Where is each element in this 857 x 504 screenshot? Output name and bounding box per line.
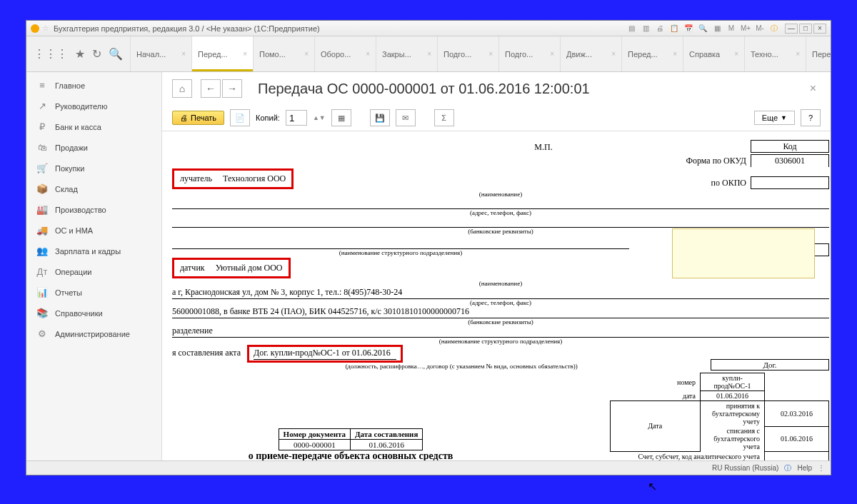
sidebar-item[interactable]: 🛒Покупки bbox=[26, 158, 161, 178]
tab[interactable]: Движ...× bbox=[561, 36, 622, 71]
help-button[interactable]: ? bbox=[801, 109, 821, 126]
sidebar-item[interactable]: ДтОперации bbox=[26, 261, 161, 282]
okud-label: Форма по ОКУД bbox=[629, 156, 751, 166]
calc-icon[interactable]: 📅 bbox=[683, 24, 693, 34]
help-link[interactable]: Help bbox=[797, 464, 812, 472]
tab-close-icon[interactable]: × bbox=[488, 50, 493, 58]
minimize-button[interactable]: — bbox=[785, 24, 798, 34]
close-button[interactable]: × bbox=[813, 24, 826, 34]
sidebar-item[interactable]: ₽Банк и касса bbox=[26, 116, 161, 137]
sender-bank: 56000001088, в банке ВТБ 24 (ПАО), БИК 0… bbox=[172, 306, 829, 318]
tab-close-icon[interactable]: × bbox=[673, 50, 677, 58]
tab-strip: ⋮⋮⋮ ★ ↻ 🔍 Начал...×Перед...×Помо...×Обор… bbox=[26, 36, 831, 72]
info-icon[interactable]: ⓘ bbox=[769, 24, 779, 34]
tool-icon[interactable]: 📋 bbox=[669, 24, 679, 34]
sidebar-item[interactable]: 🏭Производство bbox=[26, 199, 161, 220]
tab[interactable]: Перед...× bbox=[622, 36, 683, 71]
back-button[interactable]: ← bbox=[201, 79, 221, 98]
star-icon[interactable]: ★ bbox=[75, 47, 85, 61]
spreadsheet-button[interactable]: ▦ bbox=[331, 109, 351, 126]
sidebar-icon: Дт bbox=[35, 266, 49, 277]
history-icon[interactable]: ↻ bbox=[92, 47, 101, 61]
search-icon[interactable]: 🔍 bbox=[109, 47, 123, 61]
print-icon[interactable]: 🖨 bbox=[655, 24, 665, 34]
sidebar-icon: ↗ bbox=[35, 101, 49, 111]
tab[interactable]: Начал...× bbox=[131, 36, 192, 71]
caption-name: (наименование) bbox=[172, 191, 829, 198]
act-date-label: я составления акта bbox=[172, 348, 241, 358]
close-document-button[interactable]: × bbox=[806, 82, 821, 95]
preview-button[interactable]: 📄 bbox=[230, 109, 250, 126]
tab-close-icon[interactable]: × bbox=[304, 50, 309, 58]
tab[interactable]: Перед...× bbox=[806, 36, 831, 71]
sidebar-item[interactable]: 🚚ОС и НМА bbox=[26, 220, 161, 241]
sidebar-item[interactable]: 📦Склад bbox=[26, 178, 161, 199]
highlight-contract: Дог. купли-прод№ОС-1 от 01.06.2016 bbox=[247, 345, 403, 363]
tab-close-icon[interactable]: × bbox=[734, 50, 738, 58]
sidebar-icon: 📊 bbox=[35, 287, 49, 298]
tab[interactable]: Закры...× bbox=[376, 36, 438, 71]
tab-close-icon[interactable]: × bbox=[366, 50, 370, 58]
tab-close-icon[interactable]: × bbox=[181, 50, 186, 58]
home-button[interactable]: ⌂ bbox=[172, 79, 192, 98]
print-button[interactable]: 🖨 Печать bbox=[172, 111, 224, 125]
tab-close-icon[interactable]: × bbox=[550, 50, 554, 58]
recipient-address-line bbox=[172, 198, 829, 209]
mplus-button[interactable]: M+ bbox=[741, 24, 751, 34]
tab[interactable]: Оборо...× bbox=[315, 36, 376, 71]
tool-icon[interactable]: ▥ bbox=[641, 24, 651, 34]
tab-close-icon[interactable]: × bbox=[611, 50, 616, 58]
mail-button[interactable]: ✉ bbox=[396, 109, 416, 126]
copies-input[interactable] bbox=[286, 110, 307, 126]
sidebar-item[interactable]: 📚Справочники bbox=[26, 303, 161, 323]
tool-icon[interactable]: ▤ bbox=[626, 24, 636, 34]
highlight-annotation bbox=[672, 228, 815, 278]
tab[interactable]: Подго...× bbox=[438, 36, 499, 71]
tab-close-icon[interactable]: × bbox=[796, 50, 800, 58]
more-button[interactable]: Еще ▼ bbox=[754, 111, 795, 125]
sidebar-icon: ⚙ bbox=[35, 328, 49, 339]
code-header: Код bbox=[751, 140, 829, 153]
sidebar-icon: 🛒 bbox=[35, 163, 49, 173]
document-area: М.П. Код Форма по ОКУД 0306001 лучатель … bbox=[162, 131, 831, 460]
document-info-table: номеркупли-прод№ОС-1 дата01.06.2016 Дата… bbox=[610, 373, 829, 460]
tab[interactable]: Справка× bbox=[683, 36, 745, 71]
highlight-recipient: лучатель Технология ООО bbox=[172, 168, 294, 189]
sidebar-item[interactable]: 📊Отчеты bbox=[26, 282, 161, 303]
apps-icon[interactable]: ⋮⋮⋮ bbox=[34, 47, 68, 61]
sidebar-item[interactable]: 👥Зарплата и кадры bbox=[26, 241, 161, 261]
star-icon[interactable]: ☆ bbox=[42, 24, 49, 33]
language-indicator[interactable]: RU Russian (Russia) bbox=[712, 464, 778, 472]
sidebar-item[interactable]: 🛍Продажи bbox=[26, 137, 161, 158]
tab[interactable]: Перед...× bbox=[192, 36, 254, 71]
tab[interactable]: Помо...× bbox=[254, 36, 315, 71]
sidebar-icon: 🏭 bbox=[35, 204, 49, 215]
tab-close-icon[interactable]: × bbox=[243, 50, 247, 58]
sidebar-item[interactable]: ⚙Администрирование bbox=[26, 323, 161, 344]
okpo-label: по ОКПО bbox=[629, 178, 751, 188]
sender-address: а г, Краснодонская ул, дом № 3, корпус 1… bbox=[172, 287, 829, 299]
save-button[interactable]: 💾 bbox=[370, 109, 390, 126]
document-title: Передача ОС 0000-000001 от 01.06.2016 12… bbox=[258, 81, 590, 97]
act-subtitle: о приеме-передаче объекта основных средс… bbox=[172, 450, 529, 461]
tab[interactable]: Подго...× bbox=[499, 36, 561, 71]
navigation-sidebar: ≡Главное↗Руководителю₽Банк и касса🛍Прода… bbox=[26, 72, 162, 460]
tab[interactable]: Техно...× bbox=[745, 36, 806, 71]
print-icon: 🖨 bbox=[180, 114, 188, 122]
maximize-button[interactable]: □ bbox=[799, 24, 812, 34]
tool-icon[interactable]: ▦ bbox=[712, 24, 722, 34]
okpo-value bbox=[751, 176, 829, 189]
app-icon bbox=[31, 24, 39, 33]
m-button[interactable]: M bbox=[726, 24, 736, 34]
sum-button[interactable]: Σ bbox=[434, 109, 454, 126]
sidebar-item[interactable]: ↗Руководителю bbox=[26, 96, 161, 116]
window-title: Бухгалтерия предприятия, редакция 3.0 / … bbox=[54, 24, 320, 33]
sidebar-icon: 📦 bbox=[35, 183, 49, 194]
tab-close-icon[interactable]: × bbox=[427, 50, 431, 58]
sidebar-item[interactable]: ≡Главное bbox=[26, 75, 161, 96]
subdivision-row: разделение bbox=[172, 326, 829, 338]
stamp-placeholder: М.П. bbox=[534, 142, 552, 152]
tool-icon[interactable]: 🔍 bbox=[698, 24, 708, 34]
forward-button[interactable]: → bbox=[222, 79, 242, 98]
mminus-button[interactable]: M- bbox=[755, 24, 765, 34]
